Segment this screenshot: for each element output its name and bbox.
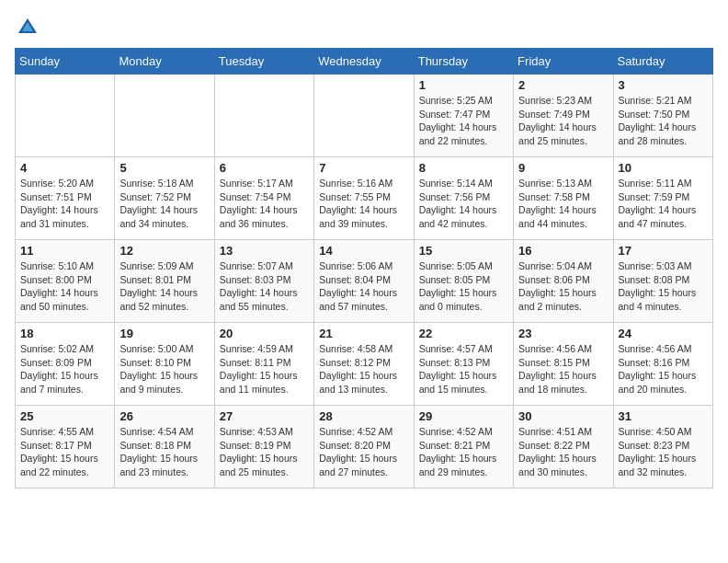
day-number: 22 <box>419 327 508 340</box>
day-info: Sunrise: 5:07 AM Sunset: 8:03 PM Dayligh… <box>220 259 309 314</box>
day-number: 8 <box>419 161 508 175</box>
calendar-cell: 29Sunrise: 4:52 AM Sunset: 8:21 PM Dayli… <box>414 406 513 488</box>
calendar-cell: 7Sunrise: 5:16 AM Sunset: 7:55 PM Daylig… <box>314 157 414 240</box>
day-number: 7 <box>319 161 408 175</box>
day-number: 16 <box>518 244 608 258</box>
day-info: Sunrise: 5:18 AM Sunset: 7:52 PM Dayligh… <box>119 177 209 231</box>
logo-icon <box>15 15 40 40</box>
day-number: 5 <box>119 161 209 175</box>
day-number: 11 <box>20 244 109 258</box>
day-number: 18 <box>20 327 109 340</box>
calendar-cell: 18Sunrise: 5:02 AM Sunset: 8:09 PM Dayli… <box>16 323 115 406</box>
day-number: 6 <box>220 161 309 175</box>
page-header <box>15 15 713 40</box>
day-info: Sunrise: 5:17 AM Sunset: 7:54 PM Dayligh… <box>220 177 309 231</box>
day-info: Sunrise: 4:57 AM Sunset: 8:13 PM Dayligh… <box>419 342 508 396</box>
calendar-cell: 3Sunrise: 5:21 AM Sunset: 7:50 PM Daylig… <box>613 75 712 157</box>
day-info: Sunrise: 5:14 AM Sunset: 7:56 PM Dayligh… <box>419 177 508 231</box>
day-info: Sunrise: 5:16 AM Sunset: 7:55 PM Dayligh… <box>319 177 408 231</box>
day-number: 24 <box>619 327 708 340</box>
calendar-cell <box>214 75 313 157</box>
day-number: 20 <box>220 327 309 340</box>
calendar-header-row: SundayMondayTuesdayWednesdayThursdayFrid… <box>16 49 713 75</box>
calendar-cell: 21Sunrise: 4:58 AM Sunset: 8:12 PM Dayli… <box>314 323 414 406</box>
day-number: 3 <box>619 78 708 92</box>
day-info: Sunrise: 4:51 AM Sunset: 8:22 PM Dayligh… <box>518 425 608 479</box>
day-number: 27 <box>220 409 309 423</box>
calendar-cell: 25Sunrise: 4:55 AM Sunset: 8:17 PM Dayli… <box>16 406 115 488</box>
day-info: Sunrise: 4:53 AM Sunset: 8:19 PM Dayligh… <box>220 425 309 479</box>
day-number: 2 <box>518 78 608 92</box>
day-number: 31 <box>619 409 708 423</box>
day-number: 29 <box>419 409 508 423</box>
calendar-cell <box>115 75 214 157</box>
day-info: Sunrise: 4:56 AM Sunset: 8:16 PM Dayligh… <box>619 342 708 396</box>
day-info: Sunrise: 5:03 AM Sunset: 8:08 PM Dayligh… <box>619 259 708 314</box>
calendar-cell: 13Sunrise: 5:07 AM Sunset: 8:03 PM Dayli… <box>214 240 313 323</box>
header-wednesday: Wednesday <box>314 49 414 75</box>
calendar-cell: 1Sunrise: 5:25 AM Sunset: 7:47 PM Daylig… <box>414 75 513 157</box>
calendar-week-1: 1Sunrise: 5:25 AM Sunset: 7:47 PM Daylig… <box>16 75 713 157</box>
calendar-week-4: 18Sunrise: 5:02 AM Sunset: 8:09 PM Dayli… <box>16 323 713 406</box>
day-number: 12 <box>119 244 209 258</box>
day-number: 10 <box>619 161 708 175</box>
calendar-cell <box>314 75 414 157</box>
day-number: 14 <box>319 244 408 258</box>
calendar-week-2: 4Sunrise: 5:20 AM Sunset: 7:51 PM Daylig… <box>16 157 713 240</box>
calendar-cell: 6Sunrise: 5:17 AM Sunset: 7:54 PM Daylig… <box>214 157 313 240</box>
calendar-cell: 24Sunrise: 4:56 AM Sunset: 8:16 PM Dayli… <box>613 323 712 406</box>
day-info: Sunrise: 5:02 AM Sunset: 8:09 PM Dayligh… <box>20 342 109 396</box>
day-info: Sunrise: 4:56 AM Sunset: 8:15 PM Dayligh… <box>518 342 608 396</box>
calendar-cell: 5Sunrise: 5:18 AM Sunset: 7:52 PM Daylig… <box>115 157 214 240</box>
day-info: Sunrise: 5:23 AM Sunset: 7:49 PM Dayligh… <box>518 94 608 148</box>
calendar-cell: 27Sunrise: 4:53 AM Sunset: 8:19 PM Dayli… <box>214 406 313 488</box>
calendar-cell: 31Sunrise: 4:50 AM Sunset: 8:23 PM Dayli… <box>613 406 712 488</box>
calendar-cell: 20Sunrise: 4:59 AM Sunset: 8:11 PM Dayli… <box>214 323 313 406</box>
header-saturday: Saturday <box>613 49 712 75</box>
calendar-cell: 22Sunrise: 4:57 AM Sunset: 8:13 PM Dayli… <box>414 323 513 406</box>
calendar-cell: 4Sunrise: 5:20 AM Sunset: 7:51 PM Daylig… <box>16 157 115 240</box>
calendar-cell: 16Sunrise: 5:04 AM Sunset: 8:06 PM Dayli… <box>514 240 613 323</box>
day-number: 9 <box>518 161 608 175</box>
day-info: Sunrise: 4:52 AM Sunset: 8:21 PM Dayligh… <box>419 425 508 479</box>
day-info: Sunrise: 5:09 AM Sunset: 8:01 PM Dayligh… <box>119 259 209 314</box>
day-number: 13 <box>220 244 309 258</box>
calendar-cell: 12Sunrise: 5:09 AM Sunset: 8:01 PM Dayli… <box>115 240 214 323</box>
day-number: 25 <box>20 409 109 423</box>
day-number: 15 <box>419 244 508 258</box>
header-tuesday: Tuesday <box>214 49 313 75</box>
day-info: Sunrise: 5:13 AM Sunset: 7:58 PM Dayligh… <box>518 177 608 231</box>
day-info: Sunrise: 4:59 AM Sunset: 8:11 PM Dayligh… <box>220 342 309 396</box>
header-monday: Monday <box>115 49 214 75</box>
day-number: 26 <box>119 409 209 423</box>
day-info: Sunrise: 4:50 AM Sunset: 8:23 PM Dayligh… <box>619 425 708 479</box>
day-info: Sunrise: 5:06 AM Sunset: 8:04 PM Dayligh… <box>319 259 408 314</box>
day-info: Sunrise: 5:00 AM Sunset: 8:10 PM Dayligh… <box>119 342 209 396</box>
logo <box>15 15 44 40</box>
day-info: Sunrise: 4:54 AM Sunset: 8:18 PM Dayligh… <box>119 425 209 479</box>
calendar-cell: 2Sunrise: 5:23 AM Sunset: 7:49 PM Daylig… <box>514 75 613 157</box>
calendar-cell: 8Sunrise: 5:14 AM Sunset: 7:56 PM Daylig… <box>414 157 513 240</box>
day-info: Sunrise: 4:58 AM Sunset: 8:12 PM Dayligh… <box>319 342 408 396</box>
calendar-cell <box>16 75 115 157</box>
day-number: 21 <box>319 327 408 340</box>
calendar-week-3: 11Sunrise: 5:10 AM Sunset: 8:00 PM Dayli… <box>16 240 713 323</box>
day-info: Sunrise: 5:11 AM Sunset: 7:59 PM Dayligh… <box>619 177 708 231</box>
calendar-cell: 23Sunrise: 4:56 AM Sunset: 8:15 PM Dayli… <box>514 323 613 406</box>
day-number: 30 <box>518 409 608 423</box>
day-number: 17 <box>619 244 708 258</box>
day-number: 23 <box>518 327 608 340</box>
calendar-cell: 14Sunrise: 5:06 AM Sunset: 8:04 PM Dayli… <box>314 240 414 323</box>
day-info: Sunrise: 4:52 AM Sunset: 8:20 PM Dayligh… <box>319 425 408 479</box>
day-number: 19 <box>119 327 209 340</box>
day-info: Sunrise: 5:04 AM Sunset: 8:06 PM Dayligh… <box>518 259 608 314</box>
calendar-cell: 28Sunrise: 4:52 AM Sunset: 8:20 PM Dayli… <box>314 406 414 488</box>
header-sunday: Sunday <box>16 49 115 75</box>
calendar-cell: 10Sunrise: 5:11 AM Sunset: 7:59 PM Dayli… <box>613 157 712 240</box>
day-info: Sunrise: 5:10 AM Sunset: 8:00 PM Dayligh… <box>20 259 109 314</box>
day-info: Sunrise: 5:21 AM Sunset: 7:50 PM Dayligh… <box>619 94 708 148</box>
day-info: Sunrise: 5:20 AM Sunset: 7:51 PM Dayligh… <box>20 177 109 231</box>
calendar-cell: 15Sunrise: 5:05 AM Sunset: 8:05 PM Dayli… <box>414 240 513 323</box>
day-info: Sunrise: 5:05 AM Sunset: 8:05 PM Dayligh… <box>419 259 508 314</box>
calendar-cell: 19Sunrise: 5:00 AM Sunset: 8:10 PM Dayli… <box>115 323 214 406</box>
